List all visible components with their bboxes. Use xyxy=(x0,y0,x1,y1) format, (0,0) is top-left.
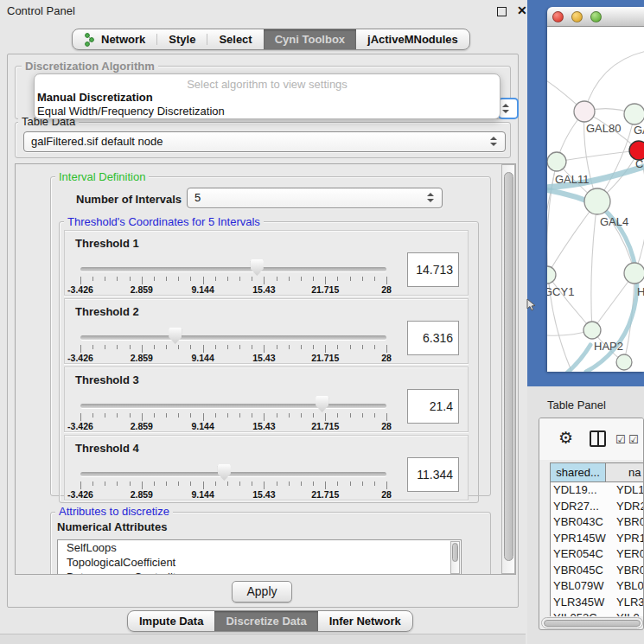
attribute-list-item[interactable]: TopologicalCoefficient xyxy=(58,555,461,570)
attributes-group-title: Attributes to discretize xyxy=(55,506,173,517)
tab-cyni-toolbox[interactable]: Cyni Toolbox xyxy=(264,29,356,49)
scale-label: 9.144 xyxy=(183,489,223,500)
tab-label: Network xyxy=(101,33,145,46)
algorithm-combobox[interactable] xyxy=(498,98,519,119)
tick-mark xyxy=(374,277,375,281)
node-table: shared... na YDL19...YDL1YDR27...YDR2YBR… xyxy=(550,462,644,616)
threshold-label: Threshold 2 xyxy=(75,305,139,318)
network-node[interactable] xyxy=(547,152,566,171)
threshold-label: Threshold 3 xyxy=(75,373,139,386)
tab-jactivemnodules[interactable]: jActiveMNodules xyxy=(356,29,469,49)
table-row[interactable]: YBR043CYBR0 xyxy=(551,514,644,531)
table-row[interactable]: YER054CYER0 xyxy=(551,546,644,563)
threshold-value-field[interactable]: 21.4 xyxy=(407,389,459,424)
scale-label: 2.859 xyxy=(122,489,162,500)
dropdown-placeholder: Select algorithm to view settings xyxy=(35,78,500,91)
tick-mark xyxy=(190,277,191,281)
threshold-3-card: Threshold 3 -3.4262.8599.14415.4321.7152… xyxy=(64,367,469,432)
tick-mark xyxy=(92,345,93,349)
close-traffic-light-icon[interactable] xyxy=(552,11,564,22)
number-of-intervals-value: 5 xyxy=(194,191,201,204)
float-window-icon[interactable] xyxy=(497,7,507,16)
table-horizontal-scrollbar[interactable] xyxy=(541,617,643,628)
close-icon[interactable]: ✕ xyxy=(517,3,527,17)
scale-label: -3.426 xyxy=(61,353,100,363)
tick-mark xyxy=(154,345,155,349)
tick-mark xyxy=(313,481,314,486)
column-header-shared-name[interactable]: shared... xyxy=(551,463,606,482)
apply-button[interactable]: Apply xyxy=(232,581,292,603)
network-node[interactable] xyxy=(547,266,556,284)
threshold-slider-track[interactable] xyxy=(80,404,386,408)
threshold-value-field[interactable]: 6.316 xyxy=(407,321,459,355)
tab-infer-network[interactable]: Infer Network xyxy=(318,611,412,631)
scale-label: -3.426 xyxy=(61,421,100,431)
panel-vertical-scrollbar[interactable] xyxy=(501,164,515,574)
table-row[interactable]: YDR27...YDR2 xyxy=(551,499,644,515)
network-node[interactable] xyxy=(624,263,644,284)
tab-label: Select xyxy=(219,33,252,46)
network-node[interactable] xyxy=(584,188,610,214)
threshold-value-field[interactable]: 14.713 xyxy=(407,252,459,287)
threshold-slider-track[interactable] xyxy=(80,335,386,340)
threshold-slider-thumb[interactable] xyxy=(316,396,328,412)
zoom-traffic-light-icon[interactable] xyxy=(590,11,602,22)
network-view-window: GAL80GALCGAL11GAL4GCY1HHAP2 xyxy=(547,7,644,372)
tab-network[interactable]: Network xyxy=(73,29,156,49)
threshold-slider-track[interactable] xyxy=(80,472,386,476)
network-edge xyxy=(557,150,639,162)
network-node[interactable] xyxy=(574,101,595,122)
tab-style[interactable]: Style xyxy=(157,29,207,49)
network-node[interactable] xyxy=(616,354,632,370)
table-data-combobox[interactable]: galFiltered.sif default node xyxy=(23,131,506,152)
threshold-slider-thumb[interactable] xyxy=(251,259,264,276)
network-node[interactable] xyxy=(624,104,644,124)
threshold-value-field[interactable]: 11.344 xyxy=(407,457,459,492)
window-title: Control Panel xyxy=(7,4,75,17)
attribute-list-item[interactable]: SelfLoops xyxy=(58,540,461,555)
cell-name: YDR2 xyxy=(616,499,644,515)
threshold-slider-track[interactable] xyxy=(80,267,386,271)
attributes-list-scrollbar[interactable] xyxy=(450,541,460,574)
network-window-titlebar[interactable] xyxy=(547,7,644,27)
table-row[interactable]: YIL052CYIL0 xyxy=(551,610,644,616)
tab-select[interactable]: Select xyxy=(207,29,263,49)
tab-label: Infer Network xyxy=(329,615,401,628)
network-node-label: HAP2 xyxy=(594,340,623,353)
table-row[interactable]: YLR345WYLR3 xyxy=(551,595,644,611)
table-row[interactable]: YDL19...YDL1 xyxy=(551,482,644,499)
tick-mark xyxy=(350,413,351,418)
scale-label: 15.43 xyxy=(244,421,284,431)
gear-icon[interactable]: ⚙ xyxy=(558,428,573,448)
table-row[interactable]: YBL079WYBL0 xyxy=(551,578,644,595)
bottom-tab-bar: Impute Data Discretize Data Infer Networ… xyxy=(127,610,413,632)
tick-mark xyxy=(374,413,375,418)
threshold-slider-thumb[interactable] xyxy=(218,464,231,481)
table-row[interactable]: YPR145WYPR1 xyxy=(551,531,644,547)
column-header-name[interactable]: na xyxy=(606,463,644,482)
threshold-slider-thumb[interactable] xyxy=(169,328,182,344)
tick-mark xyxy=(301,277,302,281)
tab-discretize-data[interactable]: Discretize Data xyxy=(214,611,317,631)
checkbox-icon[interactable]: ☑ xyxy=(615,433,626,446)
cell-name: YER0 xyxy=(616,546,644,563)
network-node[interactable] xyxy=(583,322,601,339)
checkbox-icon[interactable]: ☑ xyxy=(628,433,639,446)
cell-shared-name: YDL19... xyxy=(553,482,597,499)
attribute-list-item[interactable]: BetweennessCentrality xyxy=(58,570,461,575)
threshold-1-card: Threshold 1 -3.4262.8599.14415.4321.7152… xyxy=(64,230,469,296)
columns-icon[interactable] xyxy=(590,430,606,447)
tick-mark xyxy=(350,345,351,349)
combo-stepper-icon xyxy=(427,193,434,203)
screen: Control Panel ✕ Network Style Select Cyn… xyxy=(0,0,644,644)
tab-label: Style xyxy=(169,33,195,46)
dropdown-option-manual[interactable]: Manual Discretization xyxy=(37,91,495,105)
minimize-traffic-light-icon[interactable] xyxy=(571,11,583,22)
dropdown-option-equal-width[interactable]: Equal Width/Frequency Discretization xyxy=(37,105,495,118)
table-row[interactable]: YBR045CYBR0 xyxy=(551,563,644,579)
threshold-2-card: Threshold 2 -3.4262.8599.14415.4321.7152… xyxy=(64,298,469,364)
network-canvas[interactable]: GAL80GALCGAL11GAL4GCY1HHAP2 xyxy=(547,27,644,372)
number-of-intervals-combobox[interactable]: 5 xyxy=(187,188,443,208)
tab-impute-data[interactable]: Impute Data xyxy=(128,611,214,631)
tick-mark xyxy=(203,277,204,284)
